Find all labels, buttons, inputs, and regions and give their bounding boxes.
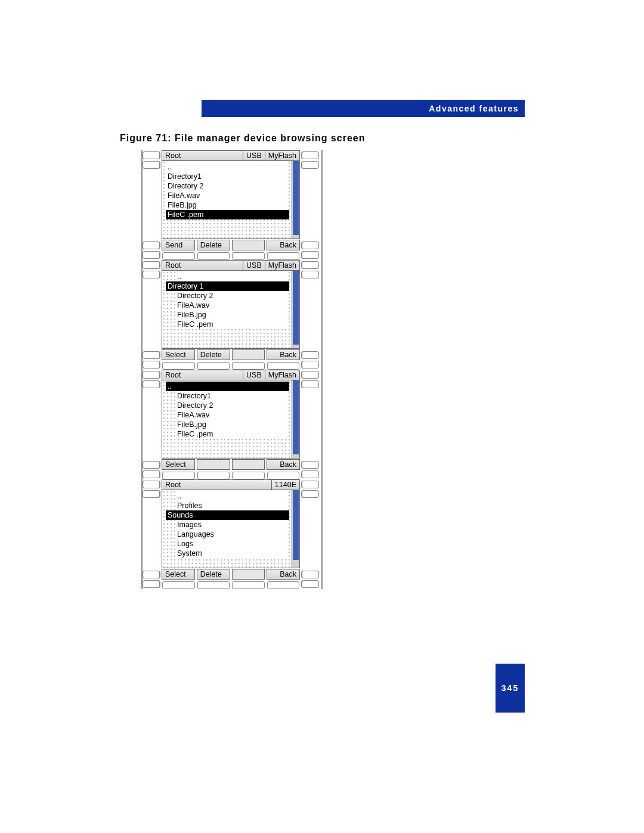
softkey-back[interactable]: Back: [267, 569, 300, 580]
side-key[interactable]: [143, 380, 160, 388]
breadcrumb-segment[interactable]: Root: [162, 479, 271, 490]
breadcrumb-segment[interactable]: MyFlash: [265, 150, 300, 161]
side-key[interactable]: [301, 361, 319, 368]
side-key[interactable]: [143, 571, 160, 578]
bottom-key[interactable]: [267, 472, 300, 479]
breadcrumb-segment[interactable]: USB: [243, 370, 265, 380]
scrollbar[interactable]: [292, 271, 299, 348]
side-key[interactable]: [143, 371, 160, 379]
softkey-send[interactable]: Send: [162, 240, 195, 250]
side-key[interactable]: [301, 380, 319, 388]
softkey-select[interactable]: Select: [162, 349, 195, 360]
list-item[interactable]: Languages: [175, 529, 288, 539]
bottom-key[interactable]: [197, 581, 230, 589]
list-item[interactable]: Images: [175, 520, 288, 529]
list-item[interactable]: Profiles: [175, 501, 288, 510]
softkey-back[interactable]: Back: [267, 349, 300, 360]
side-key[interactable]: [301, 351, 319, 359]
list-item[interactable]: FileA.wav: [175, 301, 288, 310]
side-key[interactable]: [301, 571, 319, 578]
side-key[interactable]: [143, 261, 160, 269]
side-key[interactable]: [143, 490, 160, 498]
list-item[interactable]: FileC .pem: [175, 320, 288, 329]
bottom-key[interactable]: [267, 581, 300, 589]
breadcrumb-segment[interactable]: MyFlash: [265, 260, 300, 271]
side-key[interactable]: [143, 470, 160, 478]
list-item[interactable]: FileA.wav: [166, 191, 288, 200]
list-item[interactable]: ..: [166, 162, 288, 172]
scrollbar-thumb[interactable]: [293, 161, 299, 235]
list-item[interactable]: Directory 2: [175, 291, 288, 301]
bottom-key[interactable]: [162, 581, 195, 589]
softkey-delete[interactable]: Delete: [197, 240, 230, 250]
breadcrumb-segment[interactable]: 1140E: [271, 479, 300, 490]
list-item[interactable]: FileB.jpg: [175, 310, 288, 320]
bottom-key[interactable]: [197, 252, 230, 260]
softkey-select[interactable]: Select: [162, 459, 195, 470]
side-key[interactable]: [301, 151, 319, 159]
softkey-back[interactable]: Back: [267, 240, 300, 250]
softkey-delete[interactable]: Delete: [197, 569, 230, 580]
bottom-key[interactable]: [162, 252, 195, 260]
scrollbar[interactable]: [292, 161, 299, 239]
list-item[interactable]: Logs: [175, 539, 288, 549]
breadcrumb-segment[interactable]: Root: [162, 370, 243, 380]
bottom-key[interactable]: [162, 472, 195, 479]
breadcrumb-segment[interactable]: MyFlash: [265, 370, 300, 380]
list-item[interactable]: FileB.jpg: [175, 420, 288, 429]
softkey-back[interactable]: Back: [267, 459, 300, 470]
scrollbar-thumb[interactable]: [293, 271, 299, 345]
bottom-key[interactable]: [197, 362, 230, 370]
breadcrumb-segment[interactable]: USB: [243, 150, 265, 161]
list-item[interactable]: FileC .pem: [175, 429, 288, 439]
list-item[interactable]: ..: [175, 491, 288, 501]
bottom-key[interactable]: [267, 362, 300, 370]
bottom-key[interactable]: [232, 362, 265, 370]
side-key[interactable]: [143, 161, 160, 169]
list-item[interactable]: FileA.wav: [175, 410, 288, 420]
side-key[interactable]: [301, 470, 319, 478]
side-key[interactable]: [143, 351, 160, 359]
list-item[interactable]: ..: [166, 382, 289, 391]
bottom-key[interactable]: [267, 252, 300, 260]
scrollbar-thumb[interactable]: [293, 380, 299, 454]
side-key[interactable]: [143, 461, 160, 469]
breadcrumb-segment[interactable]: Root: [162, 260, 243, 271]
side-key[interactable]: [301, 580, 319, 588]
bottom-key[interactable]: [232, 252, 265, 260]
side-key[interactable]: [301, 461, 319, 469]
side-key[interactable]: [301, 271, 319, 278]
side-key[interactable]: [143, 271, 160, 278]
list-item[interactable]: ..: [175, 272, 288, 281]
side-key[interactable]: [301, 481, 319, 488]
list-item[interactable]: System: [175, 549, 288, 558]
side-key[interactable]: [301, 261, 319, 269]
list-item[interactable]: Directory 2: [175, 401, 288, 410]
breadcrumb-segment[interactable]: Root: [162, 150, 243, 161]
scrollbar-thumb[interactable]: [293, 490, 299, 560]
softkey-delete[interactable]: Delete: [197, 349, 230, 360]
scrollbar[interactable]: [292, 380, 299, 458]
side-key[interactable]: [143, 361, 160, 368]
side-key[interactable]: [301, 241, 319, 249]
bottom-key[interactable]: [162, 362, 195, 370]
bottom-key[interactable]: [197, 472, 230, 479]
bottom-key[interactable]: [232, 472, 265, 479]
bottom-key[interactable]: [232, 581, 265, 589]
side-key[interactable]: [143, 151, 160, 159]
list-item[interactable]: Directory 2: [166, 181, 288, 191]
list-item[interactable]: Directory1: [175, 391, 288, 401]
softkey-select[interactable]: Select: [162, 569, 195, 580]
side-key[interactable]: [301, 161, 319, 169]
list-item[interactable]: FileC .pem: [166, 210, 289, 219]
list-item[interactable]: Directory1: [166, 172, 288, 181]
list-item[interactable]: Directory 1: [166, 281, 289, 291]
scrollbar[interactable]: [292, 490, 299, 568]
side-key[interactable]: [143, 241, 160, 249]
list-item[interactable]: Sounds: [166, 510, 289, 520]
side-key[interactable]: [301, 251, 319, 259]
breadcrumb-segment[interactable]: USB: [243, 260, 265, 271]
side-key[interactable]: [143, 481, 160, 488]
side-key[interactable]: [301, 490, 319, 498]
side-key[interactable]: [143, 580, 160, 588]
